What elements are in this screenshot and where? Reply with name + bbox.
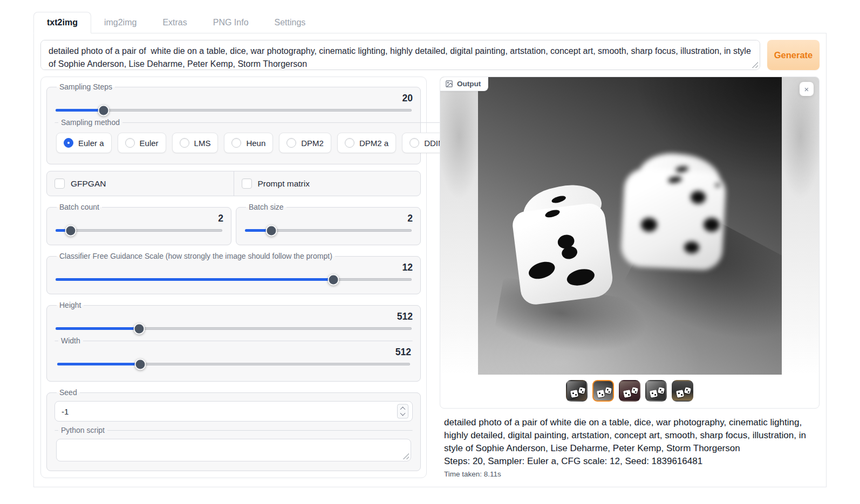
gfpgan-label: GFPGAN (71, 179, 106, 189)
seed-stepper[interactable] (397, 404, 408, 419)
slider-handle[interactable] (266, 225, 277, 236)
slider-fill (56, 327, 139, 330)
width-group: Width 512 (54, 336, 413, 375)
radio-dpm2[interactable]: DPM2 (279, 133, 331, 153)
slider-fill (56, 109, 104, 112)
radio-label: LMS (194, 139, 211, 148)
image-stage (440, 77, 819, 375)
python-script-group: Python script (54, 426, 413, 464)
die-right (623, 154, 725, 270)
radio-label: Euler a (78, 139, 104, 148)
batch-size-group: Batch size 2 (236, 203, 421, 245)
batch-size-slider[interactable] (245, 229, 412, 232)
gallery-thumbnail-5[interactable] (672, 380, 693, 402)
slider-handle[interactable] (134, 323, 145, 334)
radio-icon (180, 138, 189, 148)
tab-img2img[interactable]: img2img (91, 12, 149, 33)
radio-icon (409, 138, 419, 148)
batch-size-value: 2 (244, 213, 413, 224)
python-script-label: Python script (58, 426, 107, 434)
width-value: 512 (56, 347, 411, 358)
radio-euler-a[interactable]: Euler a (56, 133, 112, 153)
radio-icon (125, 138, 135, 148)
tab-txt2img[interactable]: txt2img (33, 12, 91, 33)
width-slider[interactable] (57, 363, 410, 365)
radio-lms[interactable]: LMS (172, 133, 219, 153)
chevron-down-icon[interactable] (400, 411, 406, 416)
radio-label: DPM2 (301, 139, 324, 148)
gallery-thumbnails (440, 380, 819, 402)
caption-params: Steps: 20, Sampler: Euler a, CFG scale: … (444, 455, 815, 468)
seed-input[interactable] (54, 401, 413, 422)
seed-label: Seed (57, 388, 80, 397)
caption-prompt: detailed photo of a pair of white die on… (444, 416, 815, 455)
radio-icon (64, 138, 73, 148)
sampling-steps-value: 20 (54, 93, 413, 104)
radio-dpm2-a[interactable]: DPM2 a (337, 133, 396, 153)
sampling-steps-group: Sampling Steps 20 Sampling method Euler … (46, 82, 421, 164)
die-left (511, 183, 616, 306)
batch-count-slider[interactable] (56, 229, 222, 232)
close-icon: × (804, 85, 809, 94)
prompt-row: detailed photo of a pair of white die on… (40, 40, 820, 70)
tab-settings[interactable]: Settings (262, 12, 319, 33)
gallery-thumbnail-4[interactable] (645, 380, 667, 402)
gallery-thumbnail-2[interactable] (592, 380, 614, 402)
prompt-matrix-option[interactable]: Prompt matrix (234, 171, 421, 196)
app-window: txt2img img2img Extras PNG Info Settings… (33, 12, 827, 487)
radio-icon (345, 138, 354, 148)
batch-row: Batch count 2 Batch size 2 (46, 203, 421, 245)
tab-png-info[interactable]: PNG Info (200, 12, 262, 33)
stage-right-backdrop (782, 77, 820, 375)
prompt-matrix-label: Prompt matrix (258, 179, 310, 189)
slider-handle[interactable] (327, 274, 339, 285)
slider-handle[interactable] (98, 105, 110, 116)
radio-heun[interactable]: Heun (224, 133, 273, 153)
slider-handle[interactable] (65, 225, 76, 236)
slider-fill (57, 363, 140, 365)
cfg-scale-group: Classifier Free Guidance Scale (how stro… (46, 252, 421, 294)
radio-label: DPM2 a (359, 139, 388, 148)
height-value: 512 (54, 311, 413, 322)
width-label: Width (58, 336, 83, 345)
output-panel-label: Output (440, 77, 488, 91)
cfg-scale-value: 12 (54, 262, 413, 273)
slider-handle[interactable] (134, 358, 146, 370)
gallery-thumbnail-3[interactable] (619, 380, 640, 402)
sampling-steps-slider[interactable] (56, 109, 412, 112)
batch-count-value: 2 (54, 213, 223, 224)
slider-fill (56, 278, 333, 281)
radio-icon (286, 138, 296, 148)
prompt-input[interactable]: detailed photo of a pair of white die on… (40, 40, 760, 70)
image-icon (445, 80, 453, 88)
python-script-input[interactable] (56, 439, 411, 461)
output-panel: Output × (440, 77, 820, 409)
sampling-steps-label: Sampling Steps (57, 82, 115, 91)
prompt-matrix-checkbox[interactable] (242, 178, 252, 189)
radio-label: Euler (140, 139, 159, 148)
cfg-scale-label: Classifier Free Guidance Scale (how stro… (57, 252, 335, 260)
settings-column: Sampling Steps 20 Sampling method Euler … (40, 77, 427, 478)
gallery-thumbnail-1[interactable] (566, 380, 588, 402)
output-label-text: Output (457, 80, 481, 88)
cfg-scale-slider[interactable] (56, 278, 412, 281)
dimensions-group: Height 512 Width 512 (46, 301, 421, 382)
tab-bar: txt2img img2img Extras PNG Info Settings (33, 12, 827, 33)
generate-button[interactable]: Generate (767, 40, 820, 70)
close-button[interactable]: × (800, 82, 814, 96)
stage-left-backdrop (440, 77, 478, 375)
generated-image[interactable] (478, 77, 782, 375)
caption-time-taken: Time taken: 8.11s (444, 470, 815, 478)
gfpgan-option[interactable]: GFPGAN (47, 171, 234, 196)
height-label: Height (57, 301, 84, 309)
tab-extras[interactable]: Extras (149, 12, 200, 33)
batch-size-label: Batch size (246, 203, 286, 211)
radio-euler[interactable]: Euler (118, 133, 166, 153)
batch-count-group: Batch count 2 (46, 203, 231, 245)
options-group: GFPGAN Prompt matrix (46, 171, 421, 196)
batch-count-label: Batch count (57, 203, 102, 211)
app-body: detailed photo of a pair of white die on… (33, 33, 827, 487)
gfpgan-checkbox[interactable] (54, 178, 65, 189)
radio-icon (231, 138, 241, 148)
height-slider[interactable] (56, 327, 412, 330)
